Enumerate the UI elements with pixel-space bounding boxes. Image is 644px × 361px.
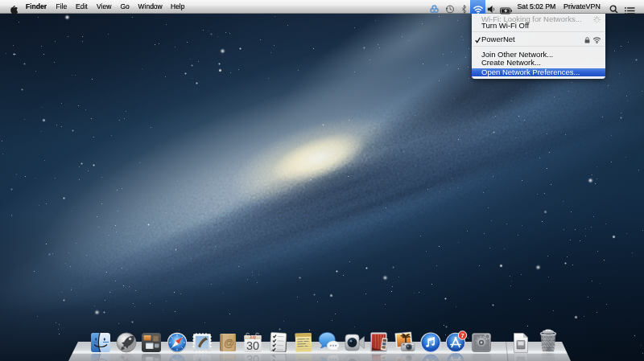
svg-text:@: @ <box>223 358 233 361</box>
svg-text:30: 30 <box>246 339 259 352</box>
svg-text:@: @ <box>223 337 233 349</box>
svg-text:7: 7 <box>460 332 464 339</box>
svg-text:30: 30 <box>246 353 259 361</box>
